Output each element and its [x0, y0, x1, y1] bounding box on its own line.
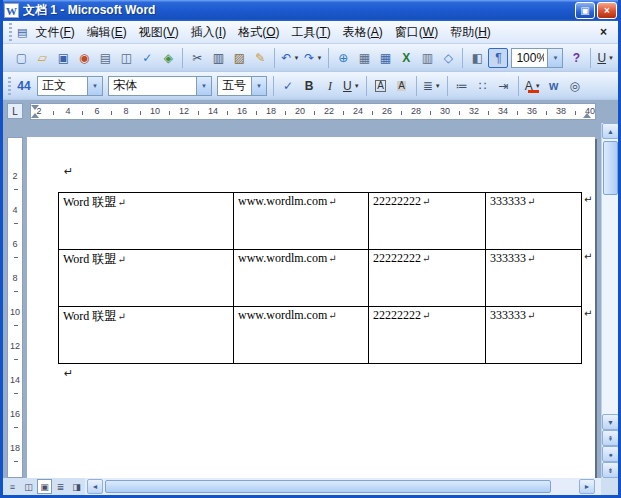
- numbering-button[interactable]: ≔: [452, 76, 472, 96]
- spelling-grammar-button[interactable]: ✓: [137, 48, 157, 68]
- normal-view-button[interactable]: ≡: [5, 479, 20, 494]
- table-cell[interactable]: www.wordlm.com↵: [234, 193, 369, 250]
- print-preview-button[interactable]: ◫: [116, 48, 136, 68]
- document-page[interactable]: ↵ Word 联盟↵www.wordlm.com↵22222222↵333333…: [27, 137, 595, 478]
- table-cell[interactable]: www.wordlm.com↵: [234, 250, 369, 307]
- table-cell[interactable]: 333333↵: [486, 193, 582, 250]
- font-size-combo[interactable]: 五号▼: [217, 76, 267, 96]
- character-shading-button[interactable]: A: [392, 76, 412, 96]
- new-document-button[interactable]: ▢: [11, 48, 31, 68]
- font-combo[interactable]: 宋体▼: [108, 76, 212, 96]
- help-button[interactable]: ?: [566, 48, 586, 68]
- document-table[interactable]: Word 联盟↵www.wordlm.com↵22222222↵333333↵W…: [58, 192, 582, 364]
- table-cell[interactable]: 22222222↵: [369, 307, 486, 364]
- cut-button[interactable]: ✂: [187, 48, 207, 68]
- bullets-button[interactable]: ∷: [473, 76, 493, 96]
- table-cell[interactable]: www.wordlm.com↵: [234, 307, 369, 364]
- character-border-button[interactable]: A: [371, 76, 391, 96]
- toolbar-separator: [274, 48, 275, 68]
- vertical-scroll-thumb[interactable]: [603, 141, 618, 195]
- paste-button[interactable]: ▨: [229, 48, 249, 68]
- copy-button[interactable]: ▥: [208, 48, 228, 68]
- next-page-button[interactable]: ⇟: [602, 462, 618, 478]
- phonetic-guide-button[interactable]: w: [544, 76, 564, 96]
- scroll-right-button[interactable]: ►: [579, 479, 595, 494]
- previous-page-button[interactable]: ⇞: [602, 430, 618, 446]
- scroll-up-button[interactable]: ▲: [602, 123, 618, 139]
- bold-button[interactable]: B: [299, 76, 319, 96]
- permission-button[interactable]: ◉: [74, 48, 94, 68]
- menu-file[interactable]: 文件(F): [29, 21, 80, 44]
- outline-view-button[interactable]: ≣: [53, 479, 68, 494]
- asian-layout-button[interactable]: ✓: [278, 76, 298, 96]
- underline-style-button[interactable]: U▼: [595, 48, 616, 68]
- horizontal-scroll-thumb[interactable]: [105, 480, 551, 493]
- distributed-text-button[interactable]: ≣▼: [421, 76, 443, 96]
- chevron-down-icon[interactable]: ▼: [251, 77, 266, 95]
- web-layout-view-button[interactable]: ◫: [21, 479, 36, 494]
- menu-table[interactable]: 表格(A): [337, 21, 389, 44]
- chevron-down-icon[interactable]: ▼: [316, 55, 322, 61]
- menu-view[interactable]: 视图(V): [133, 21, 185, 44]
- save-button[interactable]: ▣: [53, 48, 73, 68]
- close-button[interactable]: ×: [597, 2, 617, 19]
- restore-button[interactable]: ▣: [575, 2, 595, 19]
- chevron-down-icon[interactable]: ▼: [608, 55, 614, 61]
- print-button[interactable]: ▤: [95, 48, 115, 68]
- menu-help[interactable]: 帮助(H): [444, 21, 497, 44]
- open-button[interactable]: ▱: [32, 48, 52, 68]
- formatting-toolbar-grip[interactable]: [8, 77, 11, 95]
- undo-button[interactable]: ↶▼: [279, 48, 301, 68]
- vertical-scrollbar[interactable]: ▲ ▼ ⇞ ● ⇟: [601, 123, 618, 478]
- table-cell[interactable]: 333333↵: [486, 250, 582, 307]
- ruler-number: 28: [410, 107, 422, 116]
- chevron-down-icon[interactable]: ▼: [354, 83, 360, 89]
- chevron-down-icon[interactable]: ▼: [293, 55, 299, 61]
- underline-button[interactable]: U▼: [341, 76, 362, 96]
- menu-tools[interactable]: 工具(T): [285, 21, 336, 44]
- menu-grip[interactable]: [9, 23, 12, 41]
- scroll-down-button[interactable]: ▼: [602, 414, 618, 430]
- document-icon[interactable]: ▤: [17, 26, 27, 39]
- increase-indent-button[interactable]: ⇥: [494, 76, 514, 96]
- insert-excel-button[interactable]: X: [396, 48, 416, 68]
- tab-selector[interactable]: L: [7, 103, 23, 119]
- italic-button[interactable]: I: [320, 76, 340, 96]
- view-buttons: ≡◫▣≣◨: [5, 479, 84, 494]
- insert-table-button[interactable]: ▦: [375, 48, 395, 68]
- menu-format[interactable]: 格式(O): [232, 21, 285, 44]
- format-painter-button[interactable]: ✎: [250, 48, 270, 68]
- chevron-down-icon[interactable]: ▼: [196, 77, 211, 95]
- close-document-button[interactable]: ×: [592, 25, 615, 39]
- menu-window[interactable]: 窗口(W): [389, 21, 444, 44]
- table-cell[interactable]: 333333↵: [486, 307, 582, 364]
- chevron-down-icon[interactable]: ▼: [535, 83, 541, 89]
- columns-button[interactable]: ▥: [417, 48, 437, 68]
- chevron-down-icon[interactable]: ▼: [87, 77, 102, 95]
- zoom-combo[interactable]: 100%▼: [511, 48, 563, 68]
- tables-and-borders-button[interactable]: ▦: [354, 48, 374, 68]
- chevron-down-icon[interactable]: ▼: [547, 49, 562, 67]
- menu-insert[interactable]: 插入(I): [185, 21, 232, 44]
- chevron-down-icon[interactable]: ▼: [435, 83, 441, 89]
- styles-and-formatting-button[interactable]: 44: [14, 76, 34, 96]
- document-map-button[interactable]: ◧: [467, 48, 487, 68]
- font-color-button[interactable]: A▼: [523, 76, 543, 96]
- menu-edit[interactable]: 编辑(E): [81, 21, 133, 44]
- table-cell[interactable]: Word 联盟↵: [59, 250, 234, 307]
- table-cell[interactable]: 22222222↵: [369, 193, 486, 250]
- redo-button[interactable]: ↷▼: [302, 48, 324, 68]
- enclosed-character-button[interactable]: ◎: [565, 76, 585, 96]
- research-button[interactable]: ◈: [158, 48, 178, 68]
- print-layout-view-button[interactable]: ▣: [37, 479, 52, 494]
- drawing-button[interactable]: ◇: [438, 48, 458, 68]
- table-cell[interactable]: 22222222↵: [369, 250, 486, 307]
- insert-hyperlink-button[interactable]: ⊕: [333, 48, 353, 68]
- show-hide-marks-button[interactable]: ¶: [488, 48, 508, 68]
- table-cell[interactable]: Word 联盟↵: [59, 307, 234, 364]
- scroll-left-button[interactable]: ◄: [87, 479, 103, 494]
- reading-layout-view-button[interactable]: ◨: [69, 479, 84, 494]
- table-cell[interactable]: Word 联盟↵: [59, 193, 234, 250]
- style-combo[interactable]: 正文▼: [37, 76, 103, 96]
- select-browse-object-button[interactable]: ●: [602, 446, 618, 462]
